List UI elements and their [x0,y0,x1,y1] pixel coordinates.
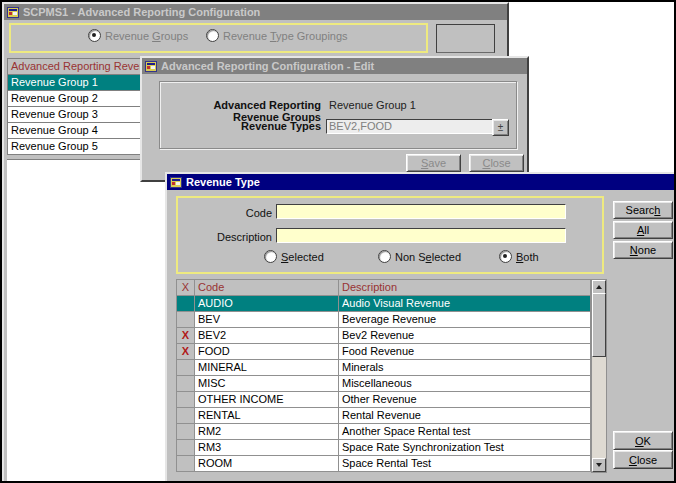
row-selected-mark [177,296,195,311]
revenue-groups-value: Revenue Group 1 [329,99,416,111]
table-row[interactable]: MINERALMinerals [176,360,591,376]
radio-selected[interactable]: Selected [264,250,324,263]
radio-both-label: Both [516,251,539,263]
empty-frame [436,24,495,53]
row-description: Beverage Revenue [339,312,590,327]
radio-selected-label: Selected [281,251,324,263]
arrow-up-icon [596,285,602,289]
ok-button-label: OK [635,435,651,447]
revenue-type-titlebar[interactable]: Revenue Type [167,174,676,190]
app-icon [170,176,183,189]
radio-selected-icon [88,29,101,42]
search-button[interactable]: Search [613,201,673,219]
row-code: RM3 [195,440,339,455]
radio-both[interactable]: Both [499,250,539,263]
row-code: BEV2 [195,328,339,343]
row-selected-mark: X [177,328,195,343]
row-description: Food Revenue [339,344,590,359]
save-button[interactable]: Save [406,154,461,172]
row-code: MISC [195,376,339,391]
scroll-up-button[interactable] [592,280,606,294]
row-code: ROOM [195,456,339,471]
description-label: Description [178,231,272,243]
radio-revenue-type-groupings-label: Revenue Type Groupings [223,30,348,42]
revenue-types-input[interactable]: BEV2,FOOD [326,119,495,134]
table-row[interactable]: XFOODFood Revenue [176,344,591,360]
radio-revenue-groups[interactable]: Revenue Groups [88,29,188,42]
edit-window-title: Advanced Reporting Configuration - Edit [161,60,374,72]
none-button-label: None [630,244,656,256]
all-button[interactable]: All [613,221,673,239]
table-header-row: X Code Description [176,279,591,296]
main-titlebar[interactable]: SCPMS1 - Advanced Reporting Configuratio… [4,4,507,20]
radio-non-selected-label: Non Selected [395,251,461,263]
row-description: Audio Visual Revenue [339,296,590,311]
save-button-label: Save [421,157,446,169]
row-code: MINERAL [195,360,339,375]
radio-unselected-icon [378,250,391,263]
row-selected-mark [177,408,195,423]
none-button[interactable]: None [613,241,673,259]
description-input[interactable] [276,228,566,243]
window-edit: Advanced Reporting Configuration - Edit … [140,56,529,182]
row-description: Rental Revenue [339,408,590,423]
revenue-type-window-title: Revenue Type [186,176,260,188]
row-code: BEV [195,312,339,327]
row-description: Minerals [339,360,590,375]
row-selected-mark [177,440,195,455]
row-description: Space Rental Test [339,456,590,471]
radio-non-selected[interactable]: Non Selected [378,250,461,263]
screenshot-root: SCPMS1 - Advanced Reporting Configuratio… [0,0,676,483]
rt-close-button-label: Close [629,454,657,466]
row-code: FOOD [195,344,339,359]
table-row[interactable]: RM2Another Space Rental test [176,424,591,440]
row-description: Miscellaneous [339,376,590,391]
row-selected-mark [177,392,195,407]
radio-unselected-icon [264,250,277,263]
table-row[interactable]: AUDIOAudio Visual Revenue [176,296,591,312]
column-header-code: Code [195,280,339,295]
radio-revenue-type-groupings[interactable]: Revenue Type Groupings [206,29,348,42]
code-label: Code [178,207,272,219]
all-button-label: All [637,224,649,236]
lov-dropdown-button[interactable]: ± [492,119,509,136]
row-selected-mark [177,456,195,471]
ok-button[interactable]: OK [613,431,673,450]
row-code: AUDIO [195,296,339,311]
scroll-down-button[interactable] [592,458,606,472]
table-row[interactable]: BEVBeverage Revenue [176,312,591,328]
table-row[interactable]: OTHER INCOMEOther Revenue [176,392,591,408]
radio-selected-icon [499,250,512,263]
row-code: RM2 [195,424,339,439]
row-description: Bev2 Revenue [339,328,590,343]
radio-unselected-icon [206,29,219,42]
scrollbar-thumb[interactable] [592,293,606,357]
table-row[interactable]: RENTALRental Revenue [176,408,591,424]
app-icon [7,6,20,19]
main-window-title: SCPMS1 - Advanced Reporting Configuratio… [23,6,260,18]
window-revenue-type: Revenue Type Code Description Selected N… [165,172,676,483]
row-description: Another Space Rental test [339,424,590,439]
table-body: AUDIOAudio Visual RevenueBEVBeverage Rev… [176,296,591,472]
row-description: Space Rate Synchronization Test [339,440,590,455]
edit-titlebar[interactable]: Advanced Reporting Configuration - Edit [142,58,527,74]
table-row[interactable]: RM3Space Rate Synchronization Test [176,440,591,456]
revenue-types-label: Revenue Types [166,120,321,132]
row-selected-mark [177,360,195,375]
revenue-type-table: X Code Description AUDIOAudio Visual Rev… [176,279,591,472]
row-selected-mark [177,424,195,439]
table-row[interactable]: XBEV2Bev2 Revenue [176,328,591,344]
table-scrollbar[interactable] [591,279,607,473]
table-row[interactable]: MISCMiscellaneous [176,376,591,392]
row-selected-mark [177,376,195,391]
edit-close-button-label: Close [482,157,510,169]
table-row[interactable]: ROOMSpace Rental Test [176,456,591,472]
search-button-label: Search [626,204,661,216]
arrow-down-icon [596,463,602,467]
edit-close-button[interactable]: Close [469,154,524,172]
column-header-x: X [177,280,195,295]
row-code: RENTAL [195,408,339,423]
radio-revenue-groups-label: Revenue Groups [105,30,188,42]
code-input[interactable] [276,204,566,219]
rt-close-button[interactable]: Close [613,450,673,469]
